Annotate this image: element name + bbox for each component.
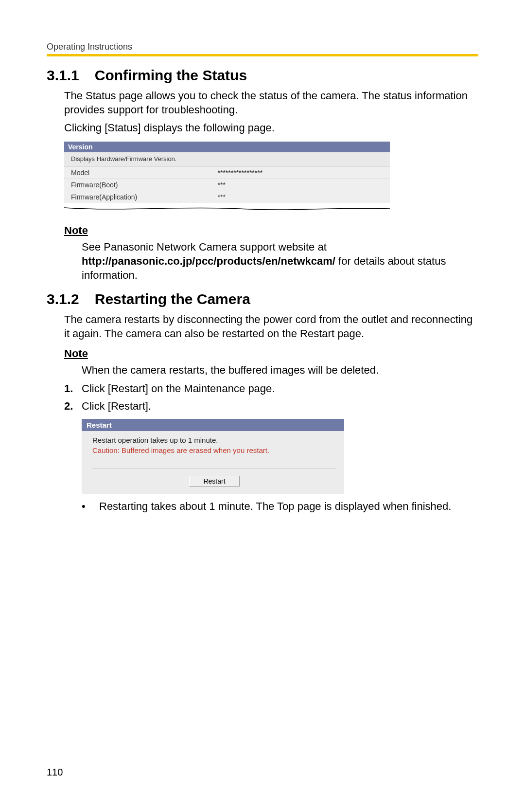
status-panel-desc: Displays Hardware/Firmware Version.	[64, 152, 390, 166]
bullet-text: Restarting takes about 1 minute. The Top…	[99, 499, 451, 513]
section-3-1-1-para-2: Clicking [Status] displays the following…	[47, 121, 478, 135]
section-title: Restarting the Camera	[95, 291, 250, 307]
note-1-url: http://panasonic.co.jp/pcc/products/en/n…	[82, 255, 335, 267]
section-3-1-1-para-1: The Status page allows you to check the …	[47, 89, 478, 117]
row-value: ***	[211, 191, 390, 203]
section-3-1-2-heading: 3.1.2Restarting the Camera	[47, 291, 478, 307]
steps-list: 1. Click [Restart] on the Maintenance pa…	[47, 381, 478, 414]
restart-button[interactable]: Restart	[189, 476, 239, 487]
step-text: Click [Restart].	[82, 398, 151, 414]
manual-page: Operating Instructions 3.1.1Confirming t…	[0, 0, 525, 533]
row-value: *****************	[211, 167, 390, 179]
table-row: Firmware(Application) ***	[64, 191, 390, 203]
note-2-body: When the camera restarts, the buffered i…	[47, 363, 478, 377]
row-label: Model	[64, 167, 211, 179]
step-number: 1.	[64, 381, 82, 397]
status-panel-title: Version	[64, 142, 390, 152]
row-value: ***	[211, 179, 390, 191]
restart-info-text: Restart operation takes up to 1 minute.	[92, 436, 336, 444]
row-label: Firmware(Application)	[64, 191, 211, 203]
section-number: 3.1.1	[47, 67, 79, 84]
step-text: Click [Restart] on the Maintenance page.	[82, 381, 275, 397]
torn-edge-icon	[64, 206, 390, 213]
divider	[92, 468, 336, 469]
bullet-item: • Restarting takes about 1 minute. The T…	[47, 499, 478, 513]
table-row: Model *****************	[64, 167, 390, 179]
note-1-pre: See Panasonic Network Camera support web…	[82, 241, 327, 253]
table-row: Firmware(Boot) ***	[64, 179, 390, 191]
section-number: 3.1.2	[47, 291, 79, 307]
restart-caution-text: Caution: Buffered images are erased when…	[92, 446, 336, 454]
header-rule	[47, 54, 478, 56]
list-item: 2. Click [Restart].	[64, 398, 478, 414]
running-head: Operating Instructions	[47, 42, 478, 52]
page-number: 110	[47, 767, 63, 778]
row-label: Firmware(Boot)	[64, 179, 211, 191]
note-heading: Note	[64, 224, 478, 237]
section-3-1-1-heading: 3.1.1Confirming the Status	[47, 67, 478, 84]
note-heading: Note	[64, 347, 478, 360]
restart-screenshot: Restart Restart operation takes up to 1 …	[82, 419, 344, 494]
list-item: 1. Click [Restart] on the Maintenance pa…	[64, 381, 478, 397]
section-title: Confirming the Status	[95, 67, 247, 83]
status-screenshot: Version Displays Hardware/Firmware Versi…	[64, 142, 390, 203]
section-3-1-2-para-1: The camera restarts by disconnecting the…	[47, 312, 478, 341]
restart-panel-title: Restart	[82, 419, 344, 431]
bullet-icon: •	[82, 499, 99, 513]
step-number: 2.	[64, 398, 82, 414]
note-1-body: See Panasonic Network Camera support web…	[47, 240, 478, 282]
status-table: Model ***************** Firmware(Boot) *…	[64, 166, 390, 203]
